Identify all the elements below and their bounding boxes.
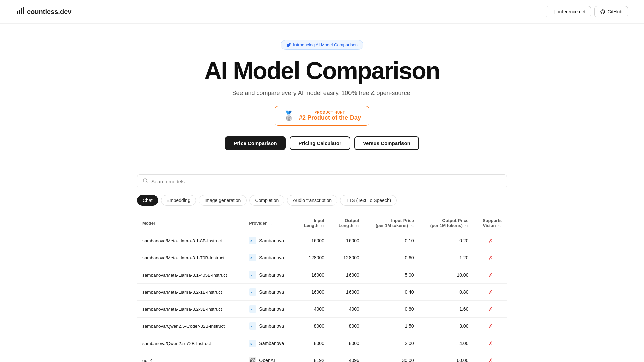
svg-line-9: [146, 182, 147, 183]
cell-output-price: 3.00: [419, 318, 474, 335]
ph-medal-icon: 🥈: [283, 110, 295, 121]
table-container: Model Provider ↑↓ InputLength ↑↓ OutputL…: [121, 214, 523, 362]
cell-output-price: 0.80: [419, 284, 474, 301]
price-comparison-btn[interactable]: Price Comparison: [225, 136, 285, 150]
cell-input-length: 128000: [295, 249, 330, 266]
svg-rect-2: [21, 8, 22, 14]
svg-point-8: [143, 179, 147, 182]
cell-vision: ✗: [474, 249, 507, 266]
cell-output-length: 16000: [330, 284, 365, 301]
ph-text: PRODUCT HUNT #2 Product of the Day: [299, 111, 361, 121]
logo-icon: [16, 7, 24, 17]
cell-input-length: 4000: [295, 301, 330, 318]
cell-vision: ✗: [474, 301, 507, 318]
pricing-calculator-btn[interactable]: Pricing Calculator: [290, 136, 350, 150]
svg-text:S: S: [251, 308, 252, 311]
search-box: [137, 174, 507, 188]
hero-subtitle: See and compare every AI model easily. 1…: [7, 89, 637, 97]
cell-output-length: 16000: [330, 266, 365, 284]
vision-x-icon: ✗: [488, 238, 493, 244]
openai-logo-icon: [249, 357, 256, 362]
table-row: sambanova/Meta-Llama-3.1-70B-Instruct S …: [137, 249, 507, 266]
sambanova-logo-icon: S: [249, 237, 256, 244]
filter-completion[interactable]: Completion: [249, 195, 284, 206]
cell-output-price: 1.60: [419, 301, 474, 318]
provider-sort-icon: ↑↓: [269, 221, 273, 225]
svg-text:S: S: [251, 291, 252, 294]
cell-input-price: 0.40: [365, 284, 419, 301]
search-icon: [143, 178, 148, 185]
col-supports-vision[interactable]: SupportsVision ↑↓: [474, 214, 507, 232]
header-buttons: inference.net GitHub: [546, 6, 628, 17]
table-row: sambanova/Meta-Llama-3.2-3B-Instruct S S…: [137, 301, 507, 318]
col-output-length[interactable]: OutputLength ↑↓: [330, 214, 365, 232]
github-btn[interactable]: GitHub: [594, 6, 628, 17]
filter-embedding[interactable]: Embedding: [161, 195, 196, 206]
cell-vision: ✗: [474, 266, 507, 284]
cell-model-name: sambanova/Meta-Llama-3.1-70B-Instruct: [137, 249, 244, 266]
filter-tts[interactable]: TTS (Text To Speech): [340, 195, 397, 206]
sambanova-logo-icon: S: [249, 254, 256, 261]
sambanova-logo-icon: S: [249, 305, 256, 313]
vision-x-icon: ✗: [488, 272, 493, 278]
cell-vision: ✗: [474, 232, 507, 249]
table-row: sambanova/Meta-Llama-3.2-1B-Instruct S S…: [137, 284, 507, 301]
vision-x-icon: ✗: [488, 255, 493, 261]
col-input-length[interactable]: InputLength ↑↓: [295, 214, 330, 232]
logo-text: countless.dev: [27, 8, 71, 16]
vision-x-icon: ✗: [488, 341, 493, 346]
svg-text:S: S: [251, 274, 252, 277]
svg-text:S: S: [251, 257, 252, 260]
filter-image-generation[interactable]: Image generation: [199, 195, 247, 206]
sambanova-logo-icon: S: [249, 322, 256, 330]
col-provider[interactable]: Provider ↑↓: [244, 214, 295, 232]
page-title: AI Model Comparison: [7, 58, 637, 84]
cell-provider: S Sambanova: [244, 232, 295, 249]
sambanova-logo-icon: S: [249, 271, 256, 279]
cell-model-name: sambanova/Meta-Llama-3.1-8B-Instruct: [137, 232, 244, 249]
cell-vision: ✗: [474, 284, 507, 301]
col-output-price[interactable]: Output Price(per 1M tokens) ↑↓: [419, 214, 474, 232]
col-input-price[interactable]: Input Price(per 1M tokens) ↑↓: [365, 214, 419, 232]
logo[interactable]: countless.dev: [16, 7, 71, 17]
cell-model-name: gpt-4: [137, 352, 244, 362]
svg-rect-4: [552, 12, 553, 14]
input-price-sort-icon: ↑↓: [410, 224, 414, 228]
hero-badge[interactable]: Introducing AI Model Comparison: [281, 40, 363, 50]
svg-rect-6: [554, 10, 554, 14]
versus-comparison-btn[interactable]: Versus Comparison: [354, 136, 419, 150]
cell-output-length: 4096: [330, 352, 365, 362]
cell-model-name: sambanova/Meta-Llama-3.2-3B-Instruct: [137, 301, 244, 318]
sambanova-logo-icon: S: [249, 288, 256, 296]
product-hunt-banner[interactable]: 🥈 PRODUCT HUNT #2 Product of the Day: [275, 106, 369, 126]
cell-input-price: 30.00: [365, 352, 419, 362]
table-row: sambanova/Meta-Llama-3.1-405B-Instruct S…: [137, 266, 507, 284]
vision-sort-icon: ↑↓: [498, 224, 502, 228]
svg-text:S: S: [251, 342, 252, 345]
svg-rect-7: [555, 10, 555, 14]
cell-model-name: sambanova/Qwen2.5-72B-Instruct: [137, 335, 244, 352]
cell-output-length: 8000: [330, 335, 365, 352]
cell-model-name: sambanova/Qwen2.5-Coder-32B-Instruct: [137, 318, 244, 335]
cell-output-length: 16000: [330, 232, 365, 249]
vision-x-icon: ✗: [488, 323, 493, 329]
cell-output-length: 8000: [330, 318, 365, 335]
vision-x-icon: ✗: [488, 306, 493, 312]
provider-sort-btn[interactable]: Provider ↑↓: [249, 221, 289, 226]
cell-provider: S Sambanova: [244, 266, 295, 284]
filter-chat[interactable]: Chat: [137, 195, 158, 206]
svg-rect-0: [17, 11, 18, 14]
cell-output-length: 128000: [330, 249, 365, 266]
cell-output-price: 1.20: [419, 249, 474, 266]
svg-text:S: S: [251, 240, 252, 243]
hero-section: Introducing AI Model Comparison AI Model…: [0, 24, 644, 174]
table-header: Model Provider ↑↓ InputLength ↑↓ OutputL…: [137, 214, 507, 232]
svg-rect-5: [553, 11, 554, 14]
models-table: Model Provider ↑↓ InputLength ↑↓ OutputL…: [137, 214, 507, 362]
cell-provider: S Sambanova: [244, 301, 295, 318]
inference-btn[interactable]: inference.net: [546, 6, 591, 17]
search-input[interactable]: [151, 179, 501, 184]
table-body: sambanova/Meta-Llama-3.1-8B-Instruct S S…: [137, 232, 507, 362]
header: countless.dev inference.net GitHub: [0, 0, 644, 24]
filter-audio-transcription[interactable]: Audio transcription: [287, 195, 337, 206]
